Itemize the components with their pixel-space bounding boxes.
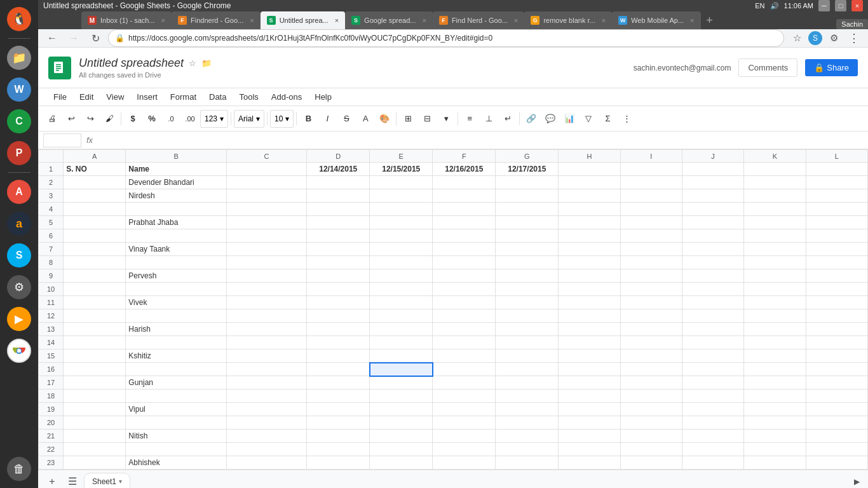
folder-icon[interactable]: 📁 bbox=[201, 58, 212, 68]
sidebar-calc-icon[interactable]: C bbox=[5, 107, 33, 135]
cell-r2-c11[interactable] bbox=[806, 176, 867, 189]
row-number-23[interactable]: 23 bbox=[39, 456, 64, 470]
cell-r19-c8[interactable] bbox=[620, 403, 682, 416]
cell-r12-c11[interactable] bbox=[806, 309, 867, 323]
text-color-btn[interactable]: A bbox=[356, 110, 374, 128]
menu-btn[interactable]: ⋮ bbox=[845, 29, 863, 47]
cell-r11-c0[interactable] bbox=[64, 296, 126, 309]
cell-r18-c3[interactable] bbox=[307, 390, 370, 403]
col-header-L[interactable]: L bbox=[806, 150, 867, 163]
cell-r13-c6[interactable] bbox=[496, 323, 559, 336]
cell-reference-box[interactable] bbox=[43, 133, 81, 147]
cell-r4-c1[interactable] bbox=[126, 203, 227, 216]
cell-r19-c7[interactable] bbox=[559, 403, 620, 416]
cell-r8-c1[interactable] bbox=[126, 256, 227, 269]
cell-r9-c7[interactable] bbox=[559, 269, 620, 283]
cell-r22-c9[interactable] bbox=[682, 443, 743, 456]
sidebar-appstore-icon[interactable]: A bbox=[5, 178, 33, 206]
cell-r7-c10[interactable] bbox=[744, 243, 806, 256]
col-header-G[interactable]: G bbox=[496, 150, 559, 163]
cell-r4-c0[interactable] bbox=[64, 203, 126, 216]
comments-btn[interactable]: Comments bbox=[738, 58, 797, 77]
bold-btn[interactable]: B bbox=[299, 110, 317, 128]
tab-findnerd2-close[interactable]: × bbox=[514, 17, 518, 24]
cell-r6-c0[interactable] bbox=[64, 229, 126, 243]
sidebar-chrome-icon[interactable] bbox=[5, 337, 33, 365]
cell-r23-c3[interactable] bbox=[307, 456, 370, 470]
cell-r12-c5[interactable] bbox=[433, 309, 496, 323]
cell-r19-c0[interactable] bbox=[64, 403, 126, 416]
cell-r13-c1[interactable]: Harish bbox=[126, 323, 227, 336]
cell-r13-c11[interactable] bbox=[806, 323, 867, 336]
tab-sheets-close[interactable]: × bbox=[335, 17, 339, 24]
cell-r10-c0[interactable] bbox=[64, 283, 126, 296]
sidebar-trash-icon[interactable]: 🗑 bbox=[5, 455, 33, 483]
wrap-btn[interactable]: ↵ bbox=[499, 110, 517, 128]
menu-view[interactable]: View bbox=[101, 90, 129, 104]
menu-addons[interactable]: Add-ons bbox=[266, 90, 307, 104]
cell-r19-c2[interactable] bbox=[226, 403, 306, 416]
cell-r9-c5[interactable] bbox=[433, 269, 496, 283]
cell-r23-c4[interactable] bbox=[370, 456, 433, 470]
sheet-tab-sheet1[interactable]: Sheet1 ▾ bbox=[84, 473, 130, 489]
tab-gmail[interactable]: M Inbox (1) - sach... × bbox=[81, 11, 172, 29]
doc-title[interactable]: Untitled spreadsheet bbox=[79, 57, 184, 70]
row-number-22[interactable]: 22 bbox=[39, 443, 64, 456]
cell-r21-c3[interactable] bbox=[307, 430, 370, 443]
menu-tools[interactable]: Tools bbox=[234, 90, 263, 104]
cell-r18-c8[interactable] bbox=[620, 390, 682, 403]
cell-r1-c2[interactable] bbox=[226, 163, 306, 176]
cell-r22-c3[interactable] bbox=[307, 443, 370, 456]
cell-r9-c9[interactable] bbox=[682, 269, 743, 283]
cell-r13-c3[interactable] bbox=[307, 323, 370, 336]
cell-r6-c2[interactable] bbox=[226, 229, 306, 243]
cell-r10-c2[interactable] bbox=[226, 283, 306, 296]
cell-r16-c11[interactable] bbox=[806, 363, 867, 376]
cell-r3-c0[interactable] bbox=[64, 189, 126, 203]
cell-r8-c5[interactable] bbox=[433, 256, 496, 269]
cell-r15-c7[interactable] bbox=[559, 349, 620, 363]
cell-r5-c6[interactable] bbox=[496, 216, 559, 229]
cell-r8-c7[interactable] bbox=[559, 256, 620, 269]
cell-r17-c11[interactable] bbox=[806, 376, 867, 390]
cell-r7-c7[interactable] bbox=[559, 243, 620, 256]
cell-r5-c8[interactable] bbox=[620, 216, 682, 229]
currency-btn[interactable]: $ bbox=[124, 110, 142, 128]
cell-r20-c8[interactable] bbox=[620, 416, 682, 430]
cell-r1-c7[interactable] bbox=[559, 163, 620, 176]
cell-r14-c6[interactable] bbox=[496, 336, 559, 349]
cell-r11-c1[interactable]: Vivek bbox=[126, 296, 227, 309]
cell-r21-c0[interactable] bbox=[64, 430, 126, 443]
cell-r17-c8[interactable] bbox=[620, 376, 682, 390]
cell-r4-c2[interactable] bbox=[226, 203, 306, 216]
row-number-15[interactable]: 15 bbox=[39, 349, 64, 363]
menu-edit[interactable]: Edit bbox=[74, 90, 98, 104]
cell-r8-c2[interactable] bbox=[226, 256, 306, 269]
row-number-18[interactable]: 18 bbox=[39, 390, 64, 403]
cell-r19-c5[interactable] bbox=[433, 403, 496, 416]
cell-r4-c8[interactable] bbox=[620, 203, 682, 216]
cell-r17-c2[interactable] bbox=[226, 376, 306, 390]
function-btn[interactable]: Σ bbox=[599, 110, 616, 128]
cell-r15-c4[interactable] bbox=[370, 349, 433, 363]
cell-r3-c11[interactable] bbox=[806, 189, 867, 203]
cell-r2-c7[interactable] bbox=[559, 176, 620, 189]
cell-r20-c6[interactable] bbox=[496, 416, 559, 430]
cell-r16-c9[interactable] bbox=[682, 363, 743, 376]
cell-r9-c8[interactable] bbox=[620, 269, 682, 283]
cell-r5-c2[interactable] bbox=[226, 216, 306, 229]
scroll-right-btn[interactable]: ▶ bbox=[850, 475, 863, 488]
cell-r16-c4[interactable] bbox=[370, 363, 433, 376]
percent-btn[interactable]: % bbox=[143, 110, 161, 128]
cell-r5-c1[interactable]: Prabhat Jhaba bbox=[126, 216, 227, 229]
cell-r16-c10[interactable] bbox=[744, 363, 806, 376]
cell-r11-c9[interactable] bbox=[682, 296, 743, 309]
cell-r17-c7[interactable] bbox=[559, 376, 620, 390]
cell-r20-c11[interactable] bbox=[806, 416, 867, 430]
cell-r12-c0[interactable] bbox=[64, 309, 126, 323]
merge-btn[interactable]: ⊟ bbox=[418, 110, 436, 128]
cell-r18-c10[interactable] bbox=[744, 390, 806, 403]
cell-r18-c5[interactable] bbox=[433, 390, 496, 403]
sidebar-vlc-icon[interactable]: ▶ bbox=[5, 305, 33, 333]
row-number-6[interactable]: 6 bbox=[39, 229, 64, 243]
